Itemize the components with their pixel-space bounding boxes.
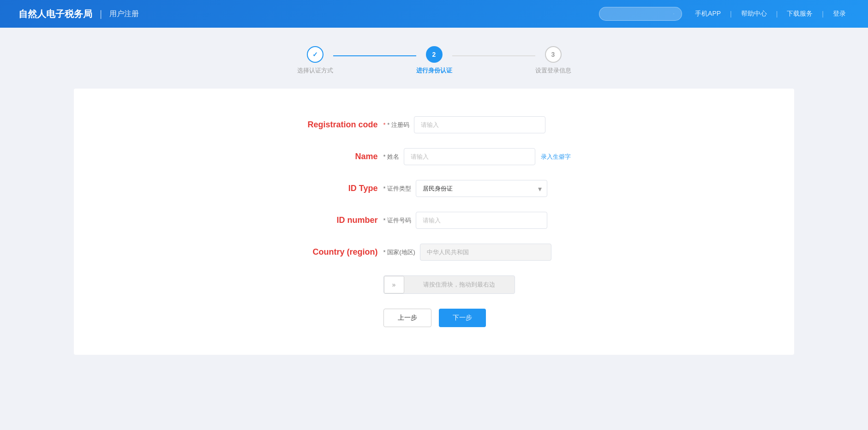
registration-code-label-en: Registration code xyxy=(273,120,383,130)
step-2-circle: 2 xyxy=(426,46,443,63)
slider-arrows-icon: » xyxy=(392,281,396,288)
header: 自然人电子税务局 | 用户注册 手机APP | 帮助中心 | 下载服务 | 登录 xyxy=(0,0,868,28)
id-number-label-en: ID number xyxy=(273,215,383,225)
search-icon xyxy=(673,10,674,18)
id-type-select-wrapper: 居民身份证 护照 港澳居民来往内地通行证 台湾居民来往大陆通行证 ▾ xyxy=(416,180,547,197)
step-3-label: 设置登录信息 xyxy=(535,66,571,75)
page-title: 用户注册 xyxy=(109,9,139,19)
search-input[interactable] xyxy=(605,11,670,18)
site-name: 自然人电子税务局 xyxy=(18,8,92,20)
step-3: 3 设置登录信息 xyxy=(535,46,571,75)
name-input[interactable] xyxy=(404,148,535,165)
id-type-select[interactable]: 居民身份证 护照 港澳居民来往内地通行证 台湾居民来往大陆通行证 xyxy=(416,180,547,197)
step-line-2 xyxy=(452,55,535,56)
next-button[interactable]: 下一步 xyxy=(439,309,486,327)
step-line-1 xyxy=(333,55,416,56)
step-1-label: 选择认证方式 xyxy=(297,66,333,75)
step-3-circle: 3 xyxy=(545,46,562,63)
rare-char-link[interactable]: 录入生僻字 xyxy=(541,153,571,161)
sep2: | xyxy=(772,10,782,18)
button-row: 上一步 下一步 xyxy=(383,309,596,327)
stepper: ✓ 选择认证方式 2 进行身份认证 3 设置登录信息 xyxy=(297,46,571,75)
header-divider: | xyxy=(100,9,102,19)
registration-code-label-zh: * * 注册码 xyxy=(383,121,414,129)
mobile-app-link[interactable]: 手机APP xyxy=(691,10,724,18)
step-1-circle: ✓ xyxy=(307,46,323,63)
login-link[interactable]: 登录 xyxy=(829,10,850,18)
sep1: | xyxy=(726,10,736,18)
id-type-label-en: ID Type xyxy=(273,184,383,193)
registration-code-row: Registration code * * 注册码 xyxy=(273,116,596,133)
id-number-label-zh: * 证件号码 xyxy=(383,216,416,225)
country-row: Country (region) * 国家(地区) xyxy=(273,244,596,261)
slider-track[interactable]: » 请按住滑块，拖动到最右边 xyxy=(383,275,515,294)
search-box[interactable] xyxy=(599,7,682,21)
registration-code-input[interactable] xyxy=(414,116,545,133)
header-left: 自然人电子税务局 | 用户注册 xyxy=(18,8,139,20)
name-label-en: Name xyxy=(273,152,383,161)
step-2-label: 进行身份认证 xyxy=(416,66,452,75)
step-1: ✓ 选择认证方式 xyxy=(297,46,333,75)
country-label-zh: * 国家(地区) xyxy=(383,248,420,257)
help-center-link[interactable]: 帮助中心 xyxy=(737,10,771,18)
id-number-input[interactable] xyxy=(416,212,547,229)
id-number-row: ID number * 证件号码 xyxy=(273,212,596,229)
name-label-zh: * 姓名 xyxy=(383,153,404,161)
stepper-wrapper: ✓ 选择认证方式 2 进行身份认证 3 设置登录信息 xyxy=(0,28,868,89)
step-2: 2 进行身份认证 xyxy=(416,46,452,75)
header-right: 手机APP | 帮助中心 | 下载服务 | 登录 xyxy=(599,7,850,21)
slider-handle[interactable]: » xyxy=(384,276,404,293)
id-type-row: ID Type * 证件类型 居民身份证 护照 港澳居民来往内地通行证 台湾居民… xyxy=(273,180,596,197)
country-input xyxy=(420,244,551,261)
sep3: | xyxy=(818,10,827,18)
back-button[interactable]: 上一步 xyxy=(383,309,431,327)
download-link[interactable]: 下载服务 xyxy=(783,10,816,18)
name-row: Name * 姓名 录入生僻字 xyxy=(273,148,596,165)
star1: * xyxy=(383,121,388,128)
form-container: Registration code * * 注册码 Name * 姓名 录入生僻… xyxy=(273,116,596,327)
id-type-label-zh: * 证件类型 xyxy=(383,185,416,193)
country-label-en: Country (region) xyxy=(273,247,383,257)
svg-point-0 xyxy=(673,13,674,14)
main-card: Registration code * * 注册码 Name * 姓名 录入生僻… xyxy=(74,89,794,355)
slider-hint: 请按住滑块，拖动到最右边 xyxy=(404,281,515,289)
header-links: 手机APP | 帮助中心 | 下载服务 | 登录 xyxy=(691,10,850,18)
slider-wrapper: » 请按住滑块，拖动到最右边 xyxy=(383,275,596,294)
